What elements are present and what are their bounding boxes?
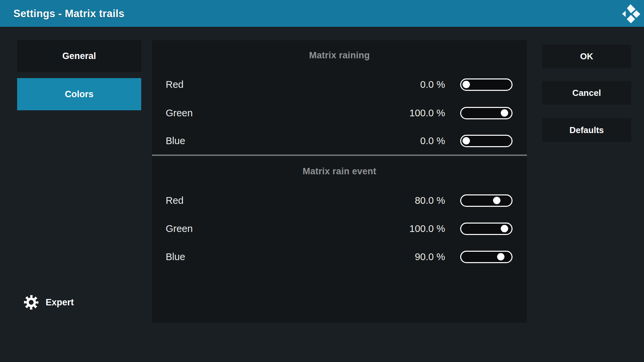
sidebar-item-colors[interactable]: Colors — [17, 78, 141, 110]
setting-value: 80.0 % — [401, 195, 445, 206]
button-label: OK — [580, 51, 593, 62]
sidebar-item-label: Colors — [65, 89, 94, 100]
setting-row-blue[interactable]: Blue 0.0 % — [152, 127, 527, 155]
section-title: Matrix rain event — [152, 166, 527, 177]
settings-panel: Matrix raining Red 0.0 % Green 100.0 % B… — [152, 40, 527, 322]
setting-value: 0.0 % — [401, 79, 445, 90]
gear-icon — [23, 295, 39, 310]
slider-knob[interactable] — [501, 225, 508, 232]
blue-slider[interactable] — [460, 135, 513, 147]
setting-label: Red — [166, 79, 401, 90]
setting-row-green[interactable]: Green 100.0 % — [152, 215, 527, 243]
setting-row-red[interactable]: Red 80.0 % — [152, 186, 527, 215]
settings-level-toggle[interactable]: Expert — [23, 293, 74, 312]
slider-knob[interactable] — [463, 81, 470, 88]
kodi-logo-icon — [621, 3, 641, 23]
red-slider[interactable] — [460, 78, 513, 91]
slider-knob[interactable] — [497, 253, 504, 260]
green-slider[interactable] — [460, 223, 513, 235]
setting-value: 100.0 % — [401, 108, 445, 119]
page-title: Settings - Matrix trails — [13, 0, 124, 27]
title-bar: Settings - Matrix trails — [0, 0, 644, 27]
defaults-button[interactable]: Defaults — [542, 118, 631, 142]
slider-knob[interactable] — [463, 137, 470, 144]
settings-level-label: Expert — [46, 297, 74, 308]
setting-row-green[interactable]: Green 100.0 % — [152, 99, 527, 127]
setting-value: 0.0 % — [401, 135, 445, 146]
setting-label: Red — [166, 195, 401, 206]
cancel-button[interactable]: Cancel — [542, 81, 631, 105]
button-label: Cancel — [572, 88, 601, 98]
setting-label: Blue — [166, 251, 401, 262]
setting-value: 90.0 % — [401, 251, 445, 262]
setting-row-red[interactable]: Red 0.0 % — [152, 70, 527, 99]
section-divider — [152, 155, 527, 156]
setting-label: Green — [166, 223, 401, 234]
setting-label: Blue — [166, 135, 401, 146]
sidebar-item-label: General — [62, 51, 96, 61]
button-label: Defaults — [570, 125, 604, 135]
setting-value: 100.0 % — [401, 223, 445, 234]
setting-row-blue[interactable]: Blue 90.0 % — [152, 243, 527, 271]
slider-knob[interactable] — [501, 109, 508, 117]
setting-label: Green — [166, 108, 401, 119]
slider-knob[interactable] — [493, 197, 500, 204]
blue-slider[interactable] — [460, 251, 513, 263]
red-slider[interactable] — [460, 194, 513, 207]
settings-dialog: Settings - Matrix trails General Colors … — [0, 0, 644, 362]
ok-button[interactable]: OK — [542, 45, 631, 68]
section-title: Matrix raining — [152, 50, 527, 61]
green-slider[interactable] — [460, 107, 513, 119]
sidebar-item-general[interactable]: General — [17, 40, 141, 72]
